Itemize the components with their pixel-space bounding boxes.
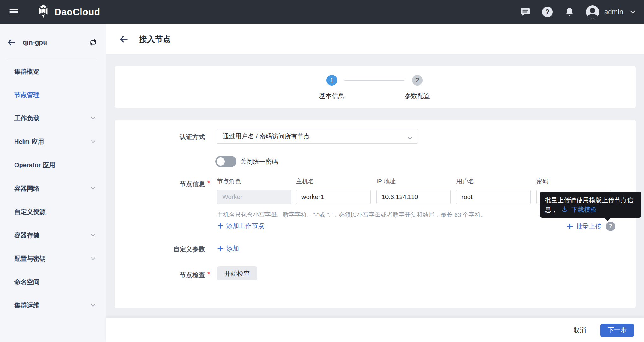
plus-icon <box>217 245 224 252</box>
user-menu-chevron-icon[interactable] <box>629 8 636 16</box>
sidebar-item-container-network[interactable]: 容器网络 <box>0 177 106 200</box>
username[interactable]: admin <box>604 8 623 16</box>
node-role-header: 节点角色 <box>217 177 241 186</box>
hostname-header: 主机名 <box>296 177 314 186</box>
unified-password-toggle[interactable] <box>215 156 236 167</box>
step-connector <box>344 80 404 81</box>
sidebar-item-container-storage[interactable]: 容器存储 <box>0 223 106 247</box>
top-navbar: DaoCloud ? admin <box>0 0 644 24</box>
step-1-indicator: 1 <box>326 75 337 86</box>
chevron-down-icon <box>90 255 97 262</box>
batch-upload-link[interactable]: 批量上传 ? <box>567 222 615 231</box>
step-2-indicator: 2 <box>412 75 423 86</box>
required-asterisk: * <box>207 179 210 187</box>
brand-name: DaoCloud <box>54 7 100 17</box>
chevron-down-icon <box>90 302 97 309</box>
page-title: 接入节点 <box>139 34 171 45</box>
sidebar-back-arrow-icon[interactable] <box>7 38 16 47</box>
avatar[interactable] <box>586 5 599 19</box>
sidebar: qin-gpu 集群概览 节点管理 工作负载 Helm 应用 Operator … <box>0 24 106 342</box>
download-icon <box>561 205 569 214</box>
tooltip-line2-prefix: 息， <box>545 205 558 214</box>
page-back-arrow-icon[interactable] <box>119 34 128 44</box>
auth-method-label: 认证方式 <box>115 133 205 141</box>
username-header: 用户名 <box>456 177 474 186</box>
plus-icon <box>567 223 573 230</box>
auth-method-select[interactable]: 通过用户名 / 密码访问所有节点 <box>217 129 418 144</box>
chevron-down-icon <box>90 115 97 122</box>
password-header: 密码 <box>536 177 548 186</box>
node-check-label: 节点检查 <box>115 271 205 279</box>
add-worker-node-link[interactable]: 添加工作节点 <box>217 222 264 230</box>
daocloud-logo-icon <box>36 4 51 20</box>
start-check-button[interactable]: 开始检查 <box>217 266 257 280</box>
sidebar-item-cluster-overview[interactable]: 集群概览 <box>0 60 106 83</box>
step-2-label: 参数配置 <box>395 92 439 100</box>
bell-icon[interactable] <box>564 6 575 18</box>
ip-address-input[interactable] <box>376 190 451 204</box>
plus-icon <box>217 223 224 229</box>
download-template-link[interactable]: 下载模板 <box>571 205 597 214</box>
batch-upload-help-icon[interactable]: ? <box>606 222 615 231</box>
help-icon[interactable]: ? <box>542 6 553 18</box>
sidebar-item-operator-apps[interactable]: Operator 应用 <box>0 153 106 177</box>
add-custom-param-link[interactable]: 添加 <box>217 244 239 253</box>
next-step-button[interactable]: 下一步 <box>600 324 634 337</box>
username-input[interactable] <box>456 190 531 204</box>
sidebar-item-config-secrets[interactable]: 配置与密钥 <box>0 247 106 270</box>
switch-cluster-icon[interactable] <box>89 38 97 46</box>
chevron-down-icon <box>90 232 97 239</box>
tooltip-line1: 批量上传请使用模版上传节点信 <box>545 195 636 205</box>
page-header: 接入节点 <box>106 24 644 54</box>
stepper-card: 1 2 基本信息 参数配置 <box>115 66 636 108</box>
node-info-label: 节点信息 <box>115 180 205 188</box>
cluster-name: qin-gpu <box>23 39 47 46</box>
batch-upload-tooltip: 批量上传请使用模版上传节点信 息， 下载模板 <box>540 192 641 218</box>
footer-bar: 取消 下一步 <box>106 318 644 342</box>
menu-icon[interactable] <box>9 9 18 15</box>
chevron-down-icon <box>90 138 97 145</box>
sidebar-item-helm-apps[interactable]: Helm 应用 <box>0 130 106 153</box>
node-role-input <box>217 190 291 204</box>
ip-header: IP 地址 <box>376 177 396 186</box>
tooltip-arrow <box>605 217 611 221</box>
cancel-button[interactable]: 取消 <box>573 326 586 334</box>
sidebar-item-workloads[interactable]: 工作负载 <box>0 107 106 130</box>
message-icon[interactable] <box>520 6 531 18</box>
step-1-label: 基本信息 <box>310 92 354 100</box>
sidebar-item-cluster-ops[interactable]: 集群运维 <box>0 294 106 317</box>
custom-params-label: 自定义参数 <box>115 245 205 253</box>
hostname-input[interactable] <box>296 190 371 204</box>
sidebar-menu: 集群概览 节点管理 工作负载 Helm 应用 Operator 应用 容器网络 … <box>0 60 106 317</box>
chevron-down-icon <box>90 185 97 192</box>
sidebar-item-custom-resources[interactable]: 自定义资源 <box>0 200 106 223</box>
hostname-hint: 主机名只包含小写字母、数字字符、"-"或 "."，必须以小写字母或者数字开头和结… <box>217 211 487 219</box>
brand: DaoCloud <box>36 4 100 20</box>
unified-password-toggle-label: 关闭统一密码 <box>240 157 278 166</box>
required-asterisk: * <box>207 270 210 278</box>
sidebar-item-namespaces[interactable]: 命名空间 <box>0 270 106 294</box>
chevron-down-icon <box>408 134 413 142</box>
sidebar-item-node-management[interactable]: 节点管理 <box>0 83 106 107</box>
